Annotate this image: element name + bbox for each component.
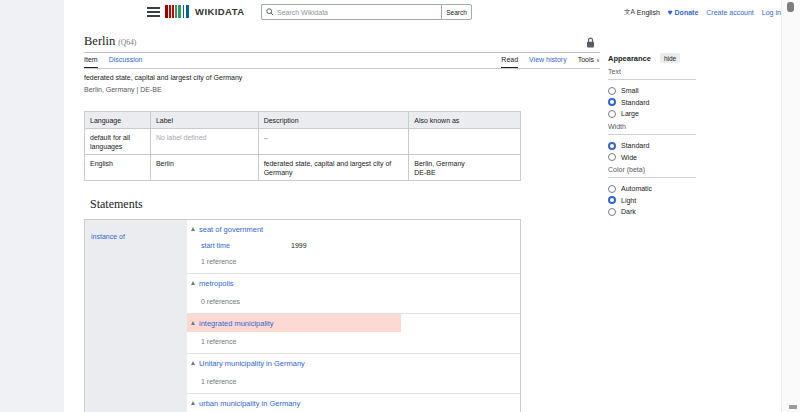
claim-value-link[interactable]: integrated municipality	[199, 319, 274, 328]
cell-label: Berlin	[150, 155, 258, 181]
chevron-down-icon: ∨	[596, 57, 600, 63]
radio-label: Large	[621, 110, 639, 117]
appearance-hide-button[interactable]: hide	[660, 53, 680, 63]
cell-language: default for all languages	[85, 129, 151, 155]
search-box[interactable]	[261, 4, 441, 20]
tab-discussion[interactable]: Discussion	[109, 56, 143, 68]
tab-read[interactable]: Read	[501, 56, 518, 68]
tabs-divider	[84, 68, 600, 69]
heart-icon: ♥	[668, 8, 673, 17]
statements-group: instance of seat of government start tim…	[84, 219, 521, 412]
vertical-scrollbar[interactable]	[781, 0, 800, 412]
language-selector[interactable]: 文A English	[624, 8, 660, 17]
entity-aliases: Berlin, Germany | DE-BE	[84, 84, 242, 96]
rank-selector-icon[interactable]	[191, 227, 195, 231]
appearance-text-section: Text Small Standard Large	[608, 68, 696, 120]
tab-view-history[interactable]: View history	[529, 56, 567, 68]
claim-main-row: urban municipality in Germany	[187, 394, 520, 412]
page-protection-lock-icon	[586, 37, 595, 48]
color-radio-option[interactable]: Light	[608, 195, 696, 207]
references-toggle[interactable]: 1 reference	[187, 377, 520, 386]
qualifier-row: start time 1999	[187, 238, 520, 252]
claim-main-row: metropolis	[187, 274, 520, 292]
col-label: Label	[150, 112, 258, 129]
rank-selector-icon[interactable]	[191, 361, 195, 365]
claim-value-link[interactable]: metropolis	[199, 279, 234, 288]
color-radio-option[interactable]: Automatic	[608, 183, 696, 195]
scrollbar-thumb[interactable]	[787, 2, 794, 12]
radio-icon	[608, 208, 616, 216]
width-radio-option[interactable]: Standard	[608, 140, 696, 152]
cell-language: English	[85, 155, 151, 181]
cell-aliases: Berlin, Germany DE-BE	[409, 155, 521, 181]
create-account-link[interactable]: Create account	[706, 9, 753, 16]
entity-description-block: federated state, capital and largest cit…	[84, 72, 242, 96]
page-title-row: Berlin(Q64)	[84, 31, 136, 49]
property-link[interactable]: instance of	[91, 233, 125, 240]
terms-row-default: default for all languages No label defin…	[85, 129, 521, 155]
appearance-header: Appearance hide	[608, 53, 680, 63]
text-section-label: Text	[608, 68, 696, 80]
radio-label: Standard	[621, 142, 649, 149]
claims-list: seat of government start time 1999 1 ref…	[187, 220, 520, 412]
terms-row-english: English Berlin federated state, capital …	[85, 155, 521, 181]
search-button[interactable]: Search	[441, 4, 472, 20]
statement-claim: Unitary municipality in Germany 1 refere…	[187, 353, 520, 393]
references-toggle[interactable]: 0 references	[187, 297, 520, 306]
top-header: WIKIDATA Search 文A English ♥ Donate Crea…	[64, 0, 781, 24]
donate-label: Donate	[675, 9, 699, 16]
search-bar: Search	[261, 4, 472, 20]
radio-icon	[608, 87, 616, 95]
page-title: Berlin	[84, 34, 115, 48]
color-radio-option[interactable]: Dark	[608, 206, 696, 218]
page-tabs: Item Discussion Read View history Tools …	[84, 56, 600, 68]
rank-selector-icon[interactable]	[191, 281, 195, 285]
col-also-known-as: Also known as	[409, 112, 521, 129]
references-toggle[interactable]: 1 reference	[187, 337, 520, 346]
claim-value-link[interactable]: Unitary municipality in Germany	[199, 359, 305, 368]
width-section-label: Width	[608, 123, 696, 135]
statement-claim: integrated municipality 1 reference	[187, 313, 520, 353]
text-size-radio-option[interactable]: Standard	[608, 97, 696, 109]
rank-selector-icon[interactable]	[191, 401, 195, 405]
claim-main-row: Unitary municipality in Germany	[187, 354, 520, 372]
radio-icon	[608, 153, 616, 161]
radio-label: Small	[621, 87, 639, 94]
wikidata-logo-bars-icon	[165, 5, 190, 18]
radio-icon	[608, 142, 616, 150]
radio-icon	[608, 185, 616, 193]
terms-table-header: Language Label Description Also known as	[85, 112, 521, 129]
cell-description: federated state, capital and largest cit…	[258, 155, 409, 181]
donate-link[interactable]: ♥ Donate	[668, 8, 698, 17]
entity-description: federated state, capital and largest cit…	[84, 72, 242, 84]
hamburger-menu-icon[interactable]	[147, 7, 160, 18]
claim-value-link[interactable]: urban municipality in Germany	[199, 399, 300, 408]
references-toggle[interactable]: 1 reference	[187, 257, 520, 266]
rank-selector-icon[interactable]	[191, 321, 195, 325]
col-description: Description	[258, 112, 409, 129]
login-link[interactable]: Log in	[762, 9, 781, 16]
qualifier-value: 1999	[291, 242, 307, 249]
wikidata-logo[interactable]: WIKIDATA	[165, 5, 244, 18]
property-cell: instance of	[85, 220, 187, 412]
appearance-title: Appearance	[608, 54, 651, 63]
statements-heading: Statements	[90, 197, 143, 212]
tab-item[interactable]: Item	[84, 56, 98, 68]
radio-icon	[608, 110, 616, 118]
language-label: English	[637, 9, 660, 16]
text-size-radio-option[interactable]: Large	[608, 108, 696, 120]
appearance-width-section: Width Standard Wide	[608, 123, 696, 163]
tab-tools-menu[interactable]: Tools ∨	[578, 56, 600, 68]
left-gutter	[0, 0, 64, 412]
radio-label: Light	[621, 197, 636, 204]
qualifier-property-link[interactable]: start time	[201, 242, 291, 249]
cell-description: –	[258, 129, 409, 155]
claim-value-link[interactable]: seat of government	[199, 225, 263, 234]
header-user-links: 文A English ♥ Donate Create account Log i…	[624, 0, 781, 24]
text-size-radio-option[interactable]: Small	[608, 85, 696, 97]
entity-id: (Q64)	[118, 38, 136, 47]
width-radio-option[interactable]: Wide	[608, 152, 696, 164]
terms-table: Language Label Description Also known as…	[84, 111, 521, 181]
search-input[interactable]	[277, 9, 441, 16]
language-icon: 文A	[624, 8, 635, 17]
